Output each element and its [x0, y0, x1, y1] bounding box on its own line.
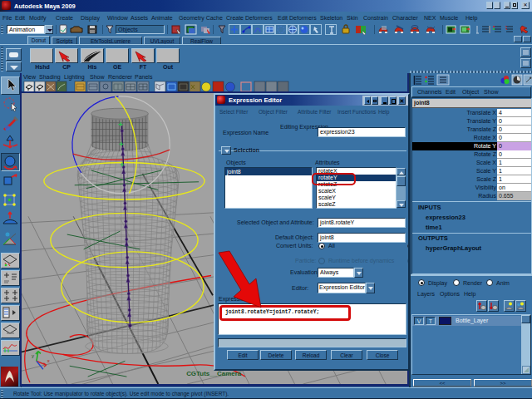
svg-text:x: x: [47, 358, 50, 363]
svg-text:CGTuts__Camera: CGTuts__Camera: [186, 370, 242, 377]
svg-text:y: y: [32, 353, 34, 358]
